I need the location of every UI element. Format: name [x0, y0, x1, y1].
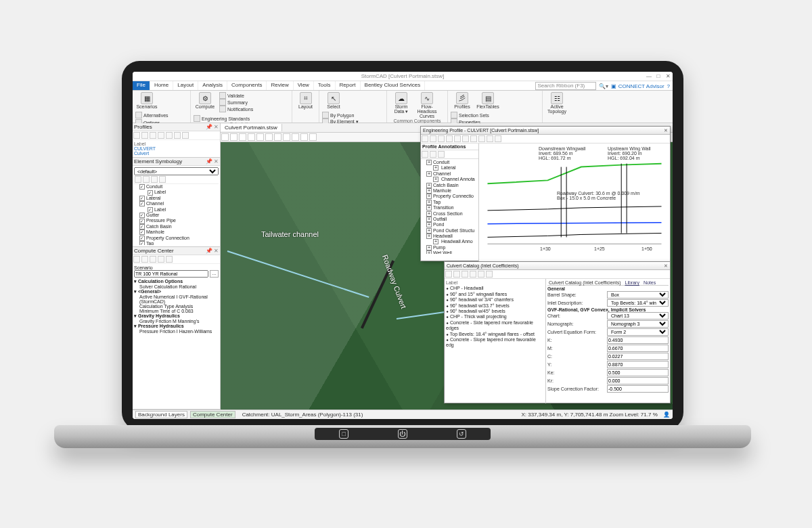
catalog-list-item[interactable]: ⬥ CHP - Headwall — [446, 286, 544, 291]
close-button[interactable]: ✕ — [664, 73, 671, 80]
tab-review[interactable]: Review — [267, 81, 293, 90]
eqform-select[interactable]: Form 2 — [607, 328, 669, 336]
catalog-list-item[interactable]: ⬥ CHP - Thick wall projecting — [446, 314, 544, 320]
tab-report[interactable]: Report — [336, 81, 361, 90]
catalog-tab-library[interactable]: Library — [625, 280, 639, 285]
connect-advisor-button[interactable]: ▣ CONNECT Advisor — [611, 83, 664, 89]
alternatives-button[interactable]: Alternatives — [135, 112, 168, 118]
profile-tree-item[interactable]: +Pond — [422, 222, 477, 227]
profile-tree-item[interactable]: +Channel — [422, 171, 477, 177]
y-input[interactable] — [607, 361, 669, 368]
minimize-button[interactable]: — — [646, 73, 652, 80]
profile-tree-item[interactable]: +Pump — [422, 245, 477, 250]
catalog-list-item[interactable]: ⬥ Top Bevels: 18.4° wingwall flares - of… — [446, 332, 544, 337]
inlet-description-select[interactable]: Top Bevels: 18.4° wingwall flares - off — [607, 299, 669, 307]
k-input[interactable] — [607, 336, 669, 344]
c-input[interactable] — [607, 353, 669, 360]
search-icon[interactable]: 🔍▾ — [599, 83, 608, 89]
catalog-list-item[interactable]: ⬥ 90° headwall w/33.7° bevels — [446, 303, 544, 309]
pin-icon[interactable]: 📌 — [206, 158, 212, 164]
symbology-item[interactable]: Pressure Pipe — [134, 218, 219, 223]
nomograph-select[interactable]: Nomograph 3 — [607, 320, 669, 328]
pin-icon[interactable]: 📌 — [206, 248, 212, 254]
symbology-item[interactable]: Manhole — [134, 229, 219, 235]
symbology-item[interactable]: Label — [134, 207, 219, 213]
ribbon-search[interactable]: Search Ribbon (F3) — [535, 82, 596, 90]
scenario-select[interactable] — [134, 270, 208, 278]
chart-select[interactable]: Chart 13 — [607, 312, 669, 320]
catalog-list-item[interactable]: ⬥ 90° and 15° wingwall flares — [446, 292, 544, 297]
flextables-button[interactable]: ▤FlexTables — [476, 92, 499, 109]
close-icon[interactable]: ✕ — [664, 128, 668, 133]
layout-button[interactable]: ⌗Layout — [295, 92, 316, 109]
compute-group-header[interactable]: ▾ <General> — [134, 289, 219, 294]
symbology-item[interactable]: Catch Basin — [134, 224, 219, 229]
compute-center-tab[interactable]: Compute Center — [190, 411, 235, 418]
culvert-catalog-window[interactable]: Culvert Catalog (Inlet Coefficients)✕ La… — [444, 261, 671, 403]
symbology-item[interactable]: Tap — [134, 241, 219, 245]
profile-tree-item[interactable]: +Conduit — [422, 160, 477, 165]
symbology-item[interactable]: Lateral — [134, 196, 219, 201]
close-icon[interactable]: ✕ — [214, 124, 219, 130]
close-icon[interactable]: ✕ — [214, 158, 219, 164]
engineering-profile-window[interactable]: Engineering Profile - CULVERT [Culvert P… — [420, 126, 671, 261]
close-icon[interactable]: ✕ — [664, 263, 668, 269]
catalog-tab-notes[interactable]: Notes — [644, 280, 656, 285]
validate-button[interactable]: Validate — [219, 92, 253, 99]
tab-view[interactable]: View — [294, 81, 314, 90]
storm-data-button[interactable]: ☁Storm Data ▾ — [390, 92, 413, 118]
notifications-button[interactable]: Notifications — [219, 106, 253, 112]
selection-sets-button[interactable]: Selection Sets — [451, 112, 489, 118]
profile-tree-item[interactable]: +Wet Well — [422, 250, 477, 254]
profile-tree-item[interactable]: +Manhole — [422, 188, 477, 194]
profile-tree-item[interactable]: +Catch Basin — [422, 183, 477, 188]
tab-cloud[interactable]: Bentley Cloud Services — [361, 81, 426, 90]
catalog-list-item[interactable]: ⬥ 90° headwall w/ 3/4" chamfers — [446, 297, 544, 303]
eng-standards-button[interactable]: Engineering Standards — [194, 115, 250, 122]
profile-tree-item[interactable]: +Outfall — [422, 217, 477, 222]
tab-layout[interactable]: Layout — [173, 81, 198, 90]
symbology-item[interactable]: Label — [134, 190, 219, 195]
ke-input[interactable] — [607, 369, 669, 376]
profile-tree-item[interactable]: + Lateral — [422, 165, 477, 171]
compute-group-header[interactable]: ▾ Calculation Options — [134, 279, 219, 284]
profile-tree-item[interactable]: +Headwall — [422, 234, 477, 239]
symbology-item[interactable]: Property Connection — [134, 236, 219, 241]
close-icon[interactable]: ✕ — [214, 248, 219, 254]
tab-home[interactable]: Home — [150, 81, 173, 90]
scenarios-button[interactable]: ▦Scenarios — [135, 92, 158, 109]
symbology-item[interactable]: Channel — [134, 201, 219, 206]
pin-icon[interactable]: 📌 — [206, 124, 212, 130]
tab-file[interactable]: File — [133, 81, 150, 90]
profile-tree-item[interactable]: +Tap — [422, 200, 477, 205]
by-polygon-button[interactable]: By Polygon — [322, 112, 359, 118]
compute-button[interactable]: ⚙Compute — [194, 92, 217, 112]
scenario-more-icon[interactable]: … — [210, 270, 219, 278]
symbology-item[interactable]: Gutter — [134, 213, 219, 218]
background-layers-tab[interactable]: Background Layers — [135, 411, 187, 418]
kr-input[interactable] — [607, 377, 669, 384]
compute-group-header[interactable]: ▾ Pressure Hydraulics — [134, 324, 219, 329]
symbology-item[interactable]: Conduit — [134, 184, 219, 190]
flow-curves-button[interactable]: ∿Flow-Headloss Curves — [415, 92, 438, 118]
tab-components[interactable]: Components — [227, 81, 267, 90]
profile-tree-item[interactable]: +Property Connectio — [422, 194, 477, 199]
profile-chart[interactable]: Downstream WingwallInvert: 689.56 mHGL: … — [479, 144, 670, 261]
profile-tree-item[interactable]: + Headwall Anno — [422, 239, 477, 244]
catalog-list-item[interactable]: ⬥ Concrete - Slope tapered more favorabl… — [446, 337, 544, 349]
profile-tree-item[interactable]: +Pond Outlet Structu — [422, 228, 477, 234]
scf-input[interactable] — [607, 385, 669, 393]
select-button[interactable]: ↖Select — [322, 92, 345, 109]
user-icon[interactable]: 👤 — [663, 412, 670, 418]
catalog-list-item[interactable]: ⬥ 90° headwall w/45° bevels — [446, 309, 544, 314]
compute-group-header[interactable]: ▾ Gravity Hydraulics — [134, 313, 219, 319]
m-input[interactable] — [607, 345, 669, 352]
profile-tree-item[interactable]: +Transition — [422, 205, 477, 211]
profile-tree-item[interactable]: + Channel Annota — [422, 177, 477, 182]
profile-tree-item[interactable]: +Cross Section — [422, 211, 477, 217]
profiles-button[interactable]: ⼺Profiles — [451, 92, 474, 109]
tab-analysis[interactable]: Analysis — [198, 81, 227, 90]
document-tab[interactable]: Culvert Portmain.stsw — [221, 124, 282, 131]
active-topology-button[interactable]: ☷Active Topology — [545, 92, 568, 114]
symbology-preset[interactable]: <default> — [134, 167, 219, 175]
